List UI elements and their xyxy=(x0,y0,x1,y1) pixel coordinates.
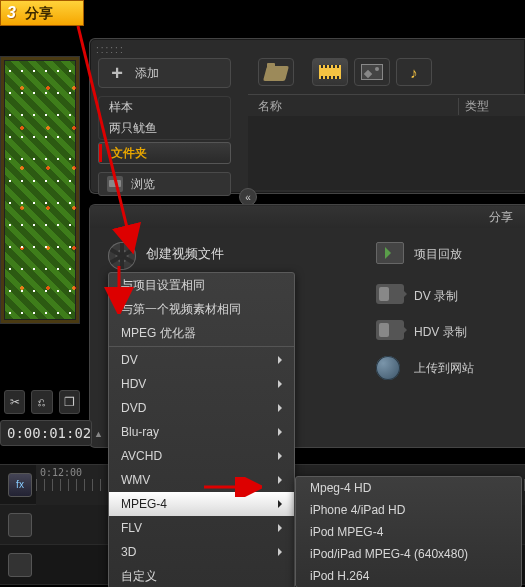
hdv-record[interactable]: HDV 录制 xyxy=(376,320,467,344)
split-icon: ⎌ xyxy=(38,395,45,409)
col-name[interactable]: 名称 xyxy=(248,98,458,115)
menu-item-3d[interactable]: 3D xyxy=(109,540,294,564)
menu-item-custom[interactable]: 自定义 xyxy=(109,564,294,587)
menu-item-mpeg4[interactable]: MPEG-4 xyxy=(109,492,294,516)
submenu-item-ipodmp4[interactable]: iPod MPEG-4 xyxy=(296,521,521,543)
browse-button[interactable]: 浏览 xyxy=(98,172,231,196)
folder-button[interactable] xyxy=(258,58,294,86)
menu-item-mpeg-opt[interactable]: MPEG 优化器 xyxy=(109,321,294,345)
browse-icon xyxy=(107,176,123,192)
menu-item-avchd[interactable]: AVCHD xyxy=(109,444,294,468)
add-label: 添加 xyxy=(135,65,159,82)
timeline-tools: ✂ ⎌ ❐ xyxy=(0,390,80,414)
submenu-item-iphone4[interactable]: iPhone 4/iPad HD xyxy=(296,499,521,521)
menu-item-same-first[interactable]: 与第一个视频素材相同 xyxy=(109,297,294,321)
video-filter-button[interactable] xyxy=(312,58,348,86)
tv-play-icon xyxy=(376,242,404,264)
photo-filter-button[interactable] xyxy=(354,58,390,86)
folder-icon xyxy=(265,63,287,81)
reel-icon xyxy=(108,242,136,270)
panel-grip[interactable]: :::::: xyxy=(96,44,125,55)
split-tool[interactable]: ⎌ xyxy=(31,390,52,414)
cut-tool[interactable]: ✂ xyxy=(4,390,25,414)
library-squid[interactable]: 两只鱿鱼 xyxy=(98,118,231,140)
share-panel-header: 分享 xyxy=(90,206,525,228)
list-header: 名称 类型 xyxy=(248,94,525,118)
menu-item-wmv[interactable]: WMV xyxy=(109,468,294,492)
menu-item-hdv[interactable]: HDV xyxy=(109,372,294,396)
submenu-item-ipod264[interactable]: iPod H.264 xyxy=(296,565,521,587)
film-icon xyxy=(319,65,341,79)
menu-item-flv[interactable]: FLV xyxy=(109,516,294,540)
music-icon: ♪ xyxy=(410,64,418,81)
create-video-file[interactable]: 创建视频文件 xyxy=(108,242,224,266)
copy-icon: ❐ xyxy=(64,395,75,409)
audio-filter-button[interactable]: ♪ xyxy=(396,58,432,86)
selection-marker xyxy=(99,144,102,162)
menu-item-same-project[interactable]: 与项目设置相同 xyxy=(109,273,294,297)
camera-icon xyxy=(376,284,404,304)
step-label: 分享 xyxy=(25,5,53,21)
library-sample[interactable]: 样本 xyxy=(98,96,231,118)
submenu-item-mp4hd[interactable]: Mpeg-4 HD xyxy=(296,477,521,499)
menu-separator xyxy=(109,346,294,347)
menu-item-bluray[interactable]: Blu-ray xyxy=(109,420,294,444)
upload-to-web[interactable]: 上传到网站 xyxy=(376,356,474,380)
media-type-bar: ♪ xyxy=(248,55,525,89)
mpeg4-submenu: Mpeg-4 HDiPhone 4/iPad HDiPod MPEG-4iPod… xyxy=(295,476,522,587)
plus-icon: + xyxy=(107,63,127,83)
create-video-menu: 与项目设置相同与第一个视频素材相同MPEG 优化器DVHDVDVDBlu-ray… xyxy=(108,272,295,587)
time-step-up[interactable]: ▴ xyxy=(94,425,102,441)
fx-track-icon: fx xyxy=(8,473,32,497)
dv-record[interactable]: DV 录制 xyxy=(376,284,458,308)
library-folder-selected[interactable]: 文件夹 xyxy=(98,142,231,164)
copy-tool[interactable]: ❐ xyxy=(59,390,80,414)
project-playback[interactable]: 项目回放 xyxy=(376,242,462,266)
menu-item-dv[interactable]: DV xyxy=(109,348,294,372)
video-preview[interactable] xyxy=(0,56,80,324)
col-type[interactable]: 类型 xyxy=(458,98,525,115)
menu-item-dvd[interactable]: DVD xyxy=(109,396,294,420)
camera-icon xyxy=(376,320,404,340)
track-icon xyxy=(8,513,32,537)
photo-icon xyxy=(361,64,383,80)
submenu-item-ipodipad[interactable]: iPod/iPad MPEG-4 (640x480) xyxy=(296,543,521,565)
add-button[interactable]: + 添加 xyxy=(98,58,231,88)
step-number: 3 xyxy=(7,4,16,21)
list-body[interactable] xyxy=(248,116,525,190)
track-icon xyxy=(8,553,32,577)
globe-icon xyxy=(376,356,400,380)
timecode[interactable]: 0:00:01:02 ▴ xyxy=(0,420,92,446)
scissors-icon: ✂ xyxy=(10,395,20,409)
step-share-tag: 3 分享 xyxy=(0,0,84,26)
